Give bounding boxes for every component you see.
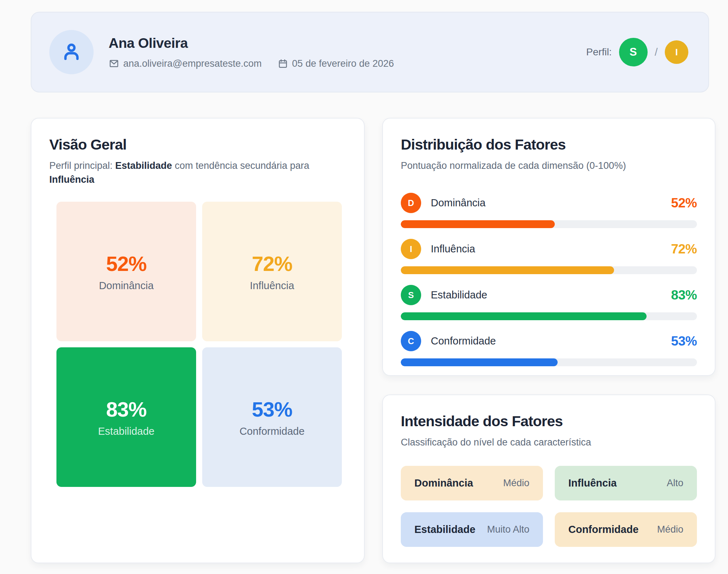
- quadrant-value: 52%: [106, 252, 146, 276]
- factor-badge-s: S: [401, 285, 421, 305]
- intensity-badge-estabilidade: Estabilidade Muito Alto: [401, 512, 543, 547]
- intensity-badge-influencia: Influência Alto: [555, 466, 697, 500]
- factor-value: 52%: [671, 196, 697, 211]
- profile-header-card: Ana Oliveira ana.oliveira@empresateste.c…: [31, 12, 709, 92]
- factor-bar-fill: [401, 358, 558, 366]
- quadrant-grid: 52% Dominância 72% Influência 83% Estabi…: [56, 202, 342, 487]
- factor-label: Conformidade: [431, 335, 496, 347]
- factor-row-conformidade: C Conformidade 53%: [401, 331, 697, 366]
- quadrant-estabilidade: 83% Estabilidade: [56, 347, 196, 487]
- factor-row-head: I Influência 72%: [401, 239, 697, 259]
- intensity-subtitle: Classificação do nível de cada caracterí…: [401, 435, 697, 449]
- intensity-badge-level: Médio: [503, 478, 529, 489]
- profile-label: Perfil:: [586, 46, 612, 58]
- distribution-card: Distribuição dos Fatores Pontuação norma…: [382, 118, 715, 376]
- intensity-badge-level: Médio: [657, 524, 683, 535]
- intensity-grid: Dominância Médio Influência Alto Estabil…: [401, 466, 697, 547]
- quadrant-value: 83%: [106, 397, 146, 421]
- overview-subtitle-prefix: Perfil principal:: [49, 160, 115, 171]
- factor-row-influencia: I Influência 72%: [401, 239, 697, 274]
- intensity-badge-dominancia: Dominância Médio: [401, 466, 543, 500]
- factor-badge-i: I: [401, 239, 421, 259]
- factor-rows: D Dominância 52% I Influência 72% S Esta…: [401, 193, 697, 366]
- intensity-badge-label: Dominância: [414, 477, 473, 489]
- factor-label: Influência: [431, 243, 475, 255]
- profile-badges-group: Perfil: S / I: [586, 38, 688, 66]
- overview-secondary-profile: Influência: [49, 174, 94, 185]
- intensity-title: Intensidade dos Fatores: [401, 413, 697, 430]
- intensity-badge-label: Estabilidade: [414, 524, 475, 535]
- quadrant-influencia: 72% Influência: [202, 202, 342, 341]
- factor-row-head: C Conformidade 53%: [401, 331, 697, 351]
- user-info: Ana Oliveira ana.oliveira@empresateste.c…: [109, 35, 394, 69]
- distribution-title: Distribuição dos Fatores: [401, 136, 697, 153]
- quadrant-conformidade: 53% Conformidade: [202, 347, 342, 487]
- person-icon: [60, 40, 83, 64]
- factor-row-head: D Dominância 52%: [401, 193, 697, 213]
- calendar-icon: [278, 58, 288, 69]
- intensity-badge-level: Alto: [667, 478, 683, 489]
- email-item: ana.oliveira@empresateste.com: [109, 58, 262, 69]
- factor-label: Dominância: [431, 197, 485, 209]
- factor-value: 72%: [671, 242, 697, 257]
- quadrant-label: Influência: [250, 280, 294, 292]
- factor-bar-track: [401, 220, 697, 228]
- secondary-profile-badge: I: [665, 40, 688, 64]
- intensity-badge-conformidade: Conformidade Médio: [555, 512, 697, 547]
- intensity-badge-label: Influência: [568, 477, 617, 489]
- factor-bar-track: [401, 312, 697, 320]
- quadrant-value: 53%: [252, 397, 292, 421]
- distribution-subtitle: Pontuação normalizada de cada dimensão (…: [401, 159, 697, 173]
- intensity-badge-level: Muito Alto: [487, 524, 529, 535]
- overview-subtitle-middle: com tendência secundária para: [172, 160, 309, 171]
- factor-row-dominancia: D Dominância 52%: [401, 193, 697, 228]
- overview-card: Visão Geral Perfil principal: Estabilida…: [31, 118, 365, 563]
- intensity-card: Intensidade dos Fatores Classificação do…: [382, 394, 715, 563]
- quadrant-label: Estabilidade: [98, 426, 155, 437]
- email-text: ana.oliveira@empresateste.com: [123, 58, 262, 69]
- factor-bar-fill: [401, 220, 555, 228]
- date-text: 05 de fevereiro de 2026: [292, 58, 394, 69]
- quadrant-label: Conformidade: [239, 426, 304, 437]
- intensity-badge-label: Conformidade: [568, 524, 639, 535]
- avatar: [49, 30, 94, 74]
- factor-bar-track: [401, 358, 697, 366]
- overview-primary-profile: Estabilidade: [115, 160, 172, 171]
- quadrant-value: 72%: [252, 252, 292, 276]
- factor-row-head: S Estabilidade 83%: [401, 285, 697, 305]
- factor-bar-track: [401, 266, 697, 274]
- mail-icon: [109, 58, 119, 69]
- date-item: 05 de fevereiro de 2026: [278, 58, 394, 69]
- factor-value: 53%: [671, 334, 697, 349]
- quadrant-label: Dominância: [99, 280, 154, 292]
- factor-badge-d: D: [401, 193, 421, 213]
- factor-badge-c: C: [401, 331, 421, 351]
- profile-separator: /: [655, 46, 658, 58]
- quadrant-dominancia: 52% Dominância: [56, 202, 196, 341]
- user-meta-row: ana.oliveira@empresateste.com 05 de feve…: [109, 58, 394, 69]
- user-name: Ana Oliveira: [109, 35, 394, 51]
- overview-subtitle: Perfil principal: Estabilidade com tendê…: [49, 159, 346, 187]
- factor-value: 83%: [671, 288, 697, 303]
- factor-bar-fill: [401, 266, 614, 274]
- factor-row-estabilidade: S Estabilidade 83%: [401, 285, 697, 320]
- overview-title: Visão Geral: [49, 136, 346, 153]
- factor-label: Estabilidade: [431, 289, 487, 301]
- factor-bar-fill: [401, 312, 647, 320]
- primary-profile-badge: S: [619, 38, 648, 66]
